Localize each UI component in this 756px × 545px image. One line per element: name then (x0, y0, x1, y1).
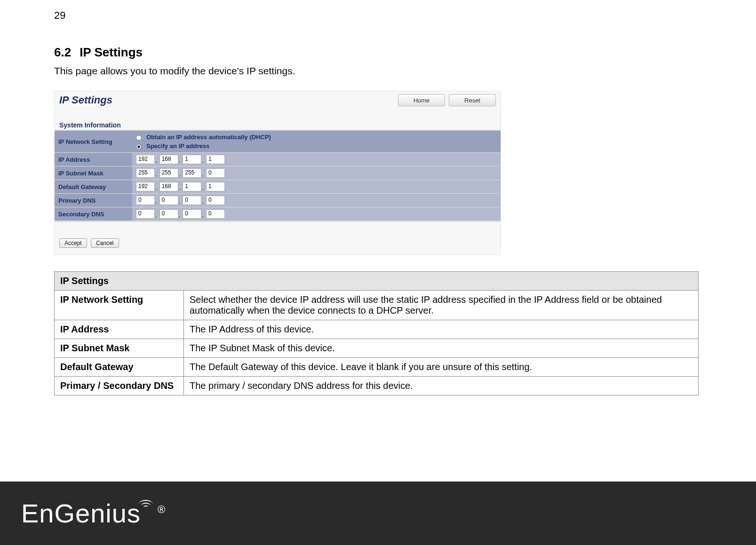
desc-label-gw: Default Gateway (55, 358, 184, 377)
description-table-header: IP Settings (55, 272, 699, 291)
desc-label-ip: IP Address (55, 320, 184, 339)
pdns-octet-3[interactable]: 0 (183, 196, 201, 205)
desc-text-mask: The IP Subnet Mask of this device. (184, 339, 699, 358)
panel-title: IP Settings (59, 94, 112, 106)
static-option-row[interactable]: Specify an IP address (136, 142, 497, 150)
desc-label-mask: IP Subnet Mask (55, 339, 184, 358)
desc-text-gw: The Default Gateway of this device. Leav… (184, 358, 699, 377)
pdns-octet-2[interactable]: 0 (159, 196, 178, 205)
dhcp-option-label: Obtain an IP address automatically (DHCP… (146, 134, 271, 141)
section-number: 6.2 (54, 45, 71, 59)
mask-octet-1[interactable]: 255 (136, 168, 155, 178)
gw-octet-1[interactable]: 192 (136, 182, 155, 191)
page-number: 29 (54, 9, 702, 22)
section-heading: 6.2IP Settings (54, 45, 702, 60)
home-button[interactable]: Home (398, 94, 445, 106)
desc-text-ip: The IP Address of this device. (184, 320, 699, 339)
secondary-dns-value: 0. 0. 0. 0 (132, 207, 501, 221)
gw-octet-4[interactable]: 1 (206, 182, 225, 191)
footer: EnGenius® (0, 482, 756, 545)
ip-octet-2[interactable]: 168 (159, 155, 178, 164)
pdns-octet-4[interactable]: 0 (206, 196, 225, 205)
cancel-button[interactable]: Cancel (91, 238, 119, 248)
reset-button[interactable]: Reset (449, 94, 496, 106)
mask-octet-2[interactable]: 255 (159, 168, 178, 178)
dhcp-option-row[interactable]: Obtain an IP address automatically (DHCP… (136, 134, 497, 141)
sdns-octet-4[interactable]: 0 (206, 209, 225, 219)
wifi-icon (139, 499, 153, 508)
mask-octet-3[interactable]: 255 (183, 168, 201, 178)
desc-label-netset: IP Network Setting (55, 291, 184, 320)
default-gateway-label: Default Gateway (55, 180, 132, 194)
radio-dhcp-icon[interactable] (136, 135, 142, 141)
mask-octet-4[interactable]: 0 (206, 168, 225, 178)
system-information-heading: System Information (55, 111, 501, 130)
intro-text: This page allows you to modify the devic… (54, 65, 702, 77)
ip-address-value: 192. 168. 1. 1 (132, 153, 501, 166)
primary-dns-label: Primary DNS (55, 194, 132, 207)
desc-label-dns: Primary / Secondary DNS (55, 377, 184, 395)
radio-static-icon[interactable] (136, 144, 142, 150)
subnet-mask-value: 255. 255. 255. 0 (132, 166, 501, 180)
pdns-octet-1[interactable]: 0 (136, 196, 155, 205)
sdns-octet-1[interactable]: 0 (136, 209, 155, 219)
gw-octet-2[interactable]: 168 (159, 182, 178, 191)
secondary-dns-label: Secondary DNS (55, 207, 132, 221)
ip-octet-3[interactable]: 1 (183, 155, 201, 164)
desc-text-dns: The primary / secondary DNS address for … (184, 377, 699, 395)
gw-octet-3[interactable]: 1 (183, 182, 201, 191)
accept-button[interactable]: Accept (59, 238, 87, 248)
config-table: IP Network Setting Obtain an IP address … (55, 130, 501, 221)
ip-octet-4[interactable]: 1 (206, 155, 225, 164)
description-table: IP Settings IP Network Setting Select wh… (54, 271, 699, 395)
static-option-label: Specify an IP address (146, 142, 209, 150)
ip-address-label: IP Address (55, 153, 132, 166)
sdns-octet-2[interactable]: 0 (159, 209, 178, 219)
primary-dns-value: 0. 0. 0. 0 (132, 194, 501, 207)
sdns-octet-3[interactable]: 0 (183, 209, 201, 219)
ip-network-setting-label: IP Network Setting (55, 131, 132, 153)
brand-logo: EnGenius® (21, 498, 166, 529)
desc-text-netset: Select whether the device IP address wil… (184, 291, 699, 320)
section-title: IP Settings (80, 45, 143, 59)
brand-text: EnGenius (21, 498, 141, 528)
settings-panel: IP Settings Home Reset System Informatio… (54, 91, 501, 255)
ip-octet-1[interactable]: 192 (136, 155, 155, 164)
default-gateway-value: 192. 168. 1. 1 (132, 180, 501, 194)
subnet-mask-label: IP Subnet Mask (55, 166, 132, 180)
registered-mark: ® (158, 504, 166, 515)
